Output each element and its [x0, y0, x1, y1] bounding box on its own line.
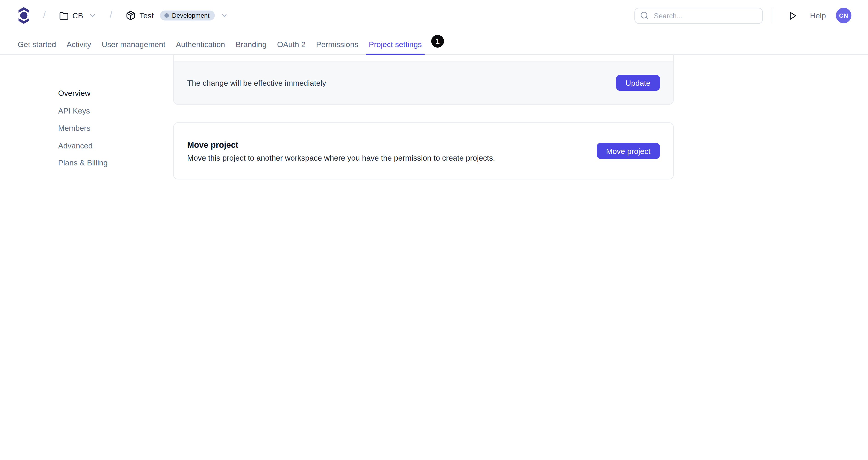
- project-name: Test: [140, 11, 154, 20]
- folder-icon: [59, 11, 68, 20]
- move-project-text: Move project Move this project to anothe…: [187, 140, 597, 162]
- tab-project-settings[interactable]: Project settings: [366, 34, 425, 55]
- update-card-body: [173, 55, 674, 61]
- breadcrumb-separator: /: [110, 9, 112, 21]
- tab-branding[interactable]: Branding: [233, 34, 269, 55]
- move-project-title: Move project: [187, 140, 597, 149]
- move-project-button[interactable]: Move project: [597, 143, 660, 159]
- workspace-name: CB: [72, 11, 83, 20]
- environment-badge: Development: [160, 10, 215, 21]
- help-link[interactable]: Help: [810, 11, 826, 20]
- header-divider: [772, 8, 772, 23]
- sidebar-item-overview[interactable]: Overview: [58, 89, 108, 98]
- chevron-down-icon: [89, 12, 96, 20]
- environment-label: Development: [172, 12, 209, 19]
- main-area: Overview API Keys Members Advanced Plans…: [0, 55, 868, 191]
- breadcrumb-project[interactable]: Test Development: [126, 10, 228, 21]
- search-input[interactable]: [634, 7, 763, 24]
- tab-get-started[interactable]: Get started: [15, 34, 59, 55]
- sidebar-item-api-keys[interactable]: API Keys: [58, 106, 108, 115]
- header: / CB / Test: [0, 0, 868, 31]
- tab-activity[interactable]: Activity: [64, 34, 94, 55]
- environment-dot-icon: [164, 13, 168, 18]
- sidebar-item-plans-billing[interactable]: Plans & Billing: [58, 158, 108, 167]
- sidebar-item-advanced[interactable]: Advanced: [58, 141, 108, 150]
- tab-authentication[interactable]: Authentication: [173, 34, 228, 55]
- ory-console-app: / CB / Test: [0, 0, 868, 191]
- update-card: The change will be effective immediately…: [173, 55, 674, 105]
- header-right: Help CN: [634, 7, 851, 24]
- tab-oauth2[interactable]: OAuth 2: [274, 34, 308, 55]
- tab-user-management[interactable]: User management: [99, 34, 168, 55]
- update-card-message: The change will be effective immediately: [187, 78, 616, 87]
- chevron-down-icon: [221, 12, 228, 20]
- settings-sidenav: Overview API Keys Members Advanced Plans…: [58, 89, 108, 176]
- play-icon: [788, 11, 798, 20]
- update-card-footer: The change will be effective immediately…: [173, 61, 674, 104]
- avatar[interactable]: CN: [836, 8, 851, 23]
- update-button[interactable]: Update: [616, 75, 660, 91]
- annotation-badge-1: 1: [431, 35, 444, 48]
- search-icon: [640, 11, 649, 20]
- breadcrumb-separator: /: [43, 9, 46, 21]
- search-box: [634, 7, 763, 24]
- breadcrumb-workspace[interactable]: CB: [59, 11, 96, 20]
- run-playground-button[interactable]: [788, 11, 798, 20]
- move-project-card: Move project Move this project to anothe…: [173, 122, 674, 179]
- move-project-description: Move this project to another workspace w…: [187, 153, 597, 162]
- package-icon: [126, 10, 135, 21]
- ory-logo-icon[interactable]: [18, 7, 30, 24]
- tab-permissions[interactable]: Permissions: [313, 34, 361, 55]
- settings-content: The change will be effective immediately…: [173, 55, 674, 191]
- sidebar-item-members[interactable]: Members: [58, 123, 108, 132]
